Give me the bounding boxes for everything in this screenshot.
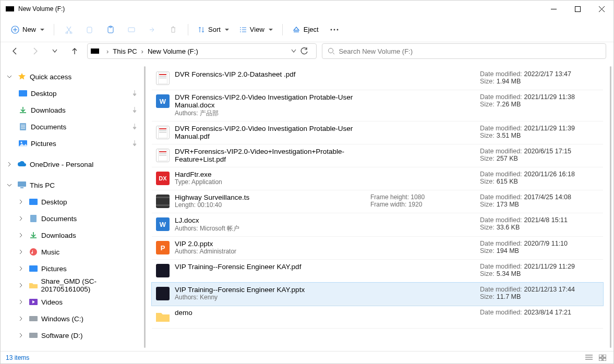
sidebar-pc-windows[interactable]: Windows (C:) bbox=[4, 310, 145, 327]
chevron-right-icon[interactable] bbox=[7, 162, 14, 167]
more-button[interactable] bbox=[325, 21, 344, 38]
file-row[interactable]: VIP Training--Forensic Engineer KAY.pptx… bbox=[152, 283, 603, 306]
chevron-down-icon[interactable] bbox=[7, 74, 14, 79]
breadcrumb[interactable]: › This PC › New Volume (F:) bbox=[87, 43, 317, 59]
search-box[interactable] bbox=[322, 43, 606, 59]
cut-icon bbox=[65, 26, 73, 34]
refresh-button[interactable] bbox=[300, 47, 313, 55]
chevron-right-icon[interactable]: › bbox=[141, 47, 143, 55]
chevron-right-icon[interactable] bbox=[18, 283, 26, 288]
file-row[interactable]: DVR Forensics-VIP2.0-Video Investigation… bbox=[152, 122, 603, 144]
chevron-right-icon[interactable] bbox=[18, 333, 26, 338]
chevron-down-icon[interactable] bbox=[7, 183, 14, 188]
breadcrumb-dropdown[interactable] bbox=[291, 49, 296, 53]
sidebar-pc-documents[interactable]: Documents bbox=[4, 210, 145, 227]
svg-rect-25 bbox=[18, 181, 26, 187]
svg-rect-49 bbox=[599, 355, 602, 357]
close-button[interactable] bbox=[589, 1, 613, 17]
recent-locations-button[interactable] bbox=[47, 44, 62, 58]
file-row[interactable]: W DVR Forensics-VIP2.0-Video Investigati… bbox=[152, 90, 603, 122]
file-name: DVR Forensics-VIP2.0-Video Investigation… bbox=[175, 125, 370, 140]
sidebar-pc-software[interactable]: Software (D:) bbox=[4, 327, 145, 344]
chevron-right-icon[interactable] bbox=[18, 216, 26, 221]
sidebar-pc-pictures[interactable]: Pictures bbox=[4, 260, 145, 277]
sidebar-pc-music[interactable]: Music bbox=[4, 244, 145, 260]
up-button[interactable] bbox=[67, 44, 82, 58]
chevron-right-icon[interactable] bbox=[18, 299, 26, 305]
eject-label: Eject bbox=[304, 26, 319, 33]
pin-icon[interactable] bbox=[132, 124, 137, 130]
sidebar-item-label: Windows (C:) bbox=[41, 315, 83, 323]
rename-button[interactable] bbox=[122, 21, 141, 38]
eject-icon bbox=[292, 26, 300, 34]
sidebar-documents[interactable]: Documents bbox=[4, 118, 145, 135]
maximize-button[interactable] bbox=[565, 1, 589, 17]
delete-button[interactable] bbox=[164, 21, 183, 38]
sidebar-quickaccess[interactable]: Quick access bbox=[4, 68, 145, 85]
eject-button[interactable]: Eject bbox=[288, 21, 323, 38]
sort-button[interactable]: Sort bbox=[194, 21, 233, 38]
file-row[interactable]: DVR Forensics-VIP 2.0-Datasheet .pdf Dat… bbox=[152, 67, 603, 90]
tiles-view-button[interactable] bbox=[597, 353, 608, 362]
sidebar-pictures[interactable]: Pictures bbox=[4, 135, 145, 152]
search-input[interactable] bbox=[339, 47, 600, 55]
forward-button[interactable] bbox=[28, 44, 42, 58]
copy-button[interactable] bbox=[80, 21, 99, 38]
sidebar-thispc[interactable]: This PC bbox=[4, 177, 145, 193]
sidebar-pc-downloads[interactable]: Downloads bbox=[4, 227, 145, 244]
file-row[interactable]: P VIP 2.0.pptx Authors: Administrator Da… bbox=[152, 237, 603, 260]
svg-rect-52 bbox=[603, 358, 606, 361]
chevron-down-icon bbox=[268, 26, 273, 33]
sidebar-pc-share[interactable]: Share_GMD (SC-201705161005) bbox=[4, 277, 145, 294]
chevron-right-icon[interactable] bbox=[18, 266, 26, 271]
folder-icon bbox=[29, 282, 38, 288]
sidebar-desktop[interactable]: Desktop bbox=[4, 85, 145, 102]
scrollbar[interactable] bbox=[144, 66, 146, 348]
chevron-right-icon[interactable] bbox=[18, 233, 26, 238]
details-view-button[interactable] bbox=[583, 353, 595, 362]
share-button[interactable] bbox=[143, 21, 162, 38]
file-row[interactable]: VIP Training--Forensic Engineer KAY.pdf … bbox=[152, 260, 603, 283]
pin-icon[interactable] bbox=[132, 107, 137, 113]
file-row[interactable]: DVR+Forensics-VIP2.0-Video+Investigation… bbox=[152, 144, 603, 167]
picture-icon bbox=[29, 265, 38, 272]
new-label: New bbox=[22, 26, 36, 33]
sidebar-item-label: Desktop bbox=[41, 198, 67, 206]
more-icon bbox=[330, 29, 339, 31]
view-icon bbox=[239, 26, 247, 33]
sidebar-pc-desktop[interactable]: Desktop bbox=[4, 193, 145, 210]
cut-button[interactable] bbox=[59, 21, 78, 38]
sidebar-pc-videos[interactable]: Videos bbox=[4, 294, 145, 310]
paste-button[interactable] bbox=[101, 21, 120, 38]
sidebar-downloads[interactable]: Downloads bbox=[4, 102, 145, 118]
chevron-right-icon[interactable] bbox=[18, 316, 26, 321]
chevron-right-icon[interactable] bbox=[18, 249, 26, 254]
window-title: New Volume (F:) bbox=[18, 5, 65, 13]
pin-icon[interactable] bbox=[132, 90, 137, 96]
svg-rect-9 bbox=[87, 27, 92, 33]
svg-point-16 bbox=[329, 48, 333, 53]
file-row[interactable]: Highway Surveillance.ts Length: 00:10:40… bbox=[152, 190, 603, 213]
new-button[interactable]: New bbox=[7, 21, 49, 38]
sidebar-item-label: Pictures bbox=[31, 140, 56, 148]
pin-icon[interactable] bbox=[132, 140, 137, 147]
file-name: DVR Forensics-VIP2.0-Video Investigation… bbox=[175, 93, 370, 109]
chevron-right-icon[interactable]: › bbox=[106, 47, 109, 55]
scrollbar[interactable] bbox=[610, 66, 611, 348]
back-button[interactable] bbox=[8, 44, 22, 58]
chevron-right-icon[interactable] bbox=[18, 199, 26, 204]
breadcrumb-leaf[interactable]: New Volume (F:) bbox=[148, 47, 198, 55]
file-meta: Date modified:2021/11/29 11:29Size:5.34 … bbox=[480, 263, 600, 277]
view-button[interactable]: View bbox=[235, 21, 277, 38]
file-row[interactable]: DX HardFtr.exe Type: Application Date mo… bbox=[152, 167, 603, 190]
file-row[interactable]: demo Date modified:2023/8/14 17:21 bbox=[152, 306, 603, 329]
file-meta: Date modified:2020/7/9 11:10Size:194 MB bbox=[480, 240, 600, 254]
file-name: VIP Training--Forensic Engineer KAY.pptx bbox=[175, 286, 370, 294]
file-meta: Date modified:2021/12/13 17:44Size:11.7 … bbox=[480, 286, 600, 300]
file-row[interactable]: W LJ.docx Authors: Microsoft 帐户 Date mod… bbox=[152, 213, 603, 237]
svg-point-7 bbox=[66, 32, 68, 34]
breadcrumb-root[interactable]: This PC bbox=[113, 47, 137, 55]
sidebar-onedrive[interactable]: OneDrive - Personal bbox=[4, 156, 145, 173]
minimize-button[interactable] bbox=[541, 1, 565, 17]
svg-point-14 bbox=[333, 29, 335, 30]
